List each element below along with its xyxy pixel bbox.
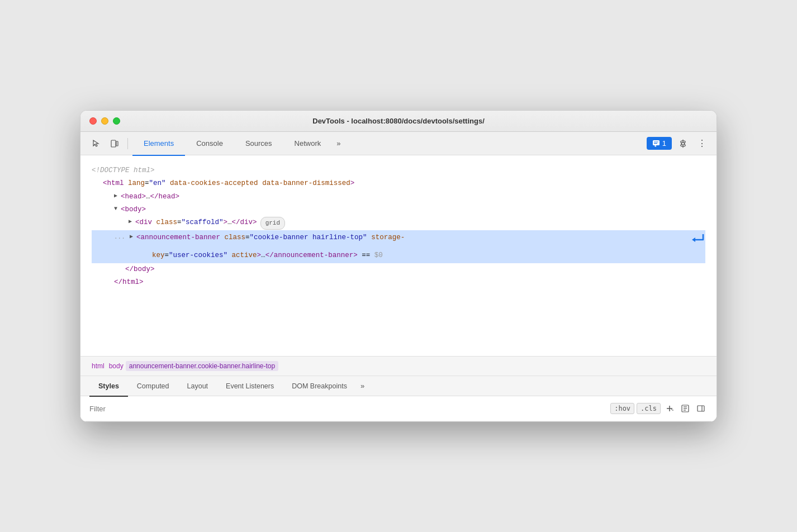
dom-line-html-close[interactable]: </html> [92, 276, 705, 289]
toolbar-right: 1 ⋮ [647, 136, 710, 151]
toolbar-divider [127, 138, 128, 149]
filter-input[interactable] [89, 405, 610, 413]
computed-style-button[interactable] [679, 402, 692, 415]
gear-icon [679, 139, 687, 148]
toggle-sidebar-button[interactable] [694, 402, 708, 415]
dom-line-announcement-1[interactable]: ... ▶<announcement-banner class="cookie-… [92, 231, 705, 249]
inspect-element-button[interactable] [87, 136, 104, 151]
toolbar: Elements Console Sources Network » [80, 132, 717, 155]
filter-actions: :hov .cls [610, 402, 708, 415]
dom-line-announcement-2[interactable]: key="user-cookies" active>…</announcemen… [92, 249, 705, 262]
dom-line-html[interactable]: <html lang="en" data-cookies-accepted da… [92, 177, 705, 190]
close-button[interactable] [89, 117, 97, 125]
element-panel-icon [681, 404, 690, 413]
traffic-lights [89, 117, 120, 125]
more-options-button[interactable]: ⋮ [694, 136, 710, 151]
titlebar: DevTools - localhost:8080/docs/devtools/… [80, 111, 717, 132]
tab-sources[interactable]: Sources [234, 132, 283, 156]
tabs-overflow-button[interactable]: » [332, 132, 345, 155]
lower-tab-computed[interactable]: Computed [128, 377, 178, 397]
svg-point-5 [682, 142, 685, 145]
tab-elements[interactable]: Elements [132, 132, 185, 156]
breadcrumb-html[interactable]: html [89, 361, 107, 371]
cursor-icon [91, 139, 100, 148]
plus-icon [666, 405, 673, 412]
notification-button[interactable]: 1 [647, 137, 672, 150]
chat-icon [652, 140, 660, 148]
breadcrumb-announcement[interactable]: announcement-banner.cookie-banner.hairli… [126, 361, 279, 371]
maximize-button[interactable] [113, 117, 120, 125]
lower-tabs: Styles Computed Layout Event Listeners D… [80, 376, 717, 396]
doctype-text: <!DOCTYPE html> [92, 165, 155, 177]
lower-tab-event-listeners[interactable]: Event Listeners [217, 377, 283, 397]
dom-line-div-scaffold[interactable]: ▶<div class="scaffold">…</div> grid [92, 216, 705, 230]
window-title: DevTools - localhost:8080/docs/devtools/… [312, 117, 485, 125]
dom-line-head[interactable]: ▶<head>…</head> [92, 191, 705, 203]
dom-line-body-open[interactable]: ▼<body> [92, 203, 705, 216]
cls-button[interactable]: .cls [637, 403, 661, 414]
breadcrumb-body[interactable]: body [107, 361, 126, 371]
lower-panel: Styles Computed Layout Event Listeners D… [80, 376, 717, 421]
add-style-button[interactable] [663, 402, 676, 415]
filter-bar: :hov .cls [80, 396, 717, 421]
dom-panel: <!DOCTYPE html> <html lang="en" data-coo… [80, 155, 717, 357]
lower-tab-layout[interactable]: Layout [178, 377, 217, 397]
dom-line-body-close[interactable]: </body> [92, 263, 705, 276]
gutter-dots: ... [114, 232, 127, 243]
triangle-announcement[interactable]: ▶ [130, 232, 136, 241]
lower-tab-dom-breakpoints[interactable]: DOM Breakpoints [283, 377, 356, 397]
device-toggle-button[interactable] [106, 136, 123, 151]
lower-tabs-overflow-button[interactable]: » [358, 376, 367, 396]
triangle-scaffold[interactable]: ▶ [129, 217, 135, 226]
minimize-button[interactable] [101, 117, 108, 125]
triangle-body[interactable]: ▼ [114, 204, 121, 213]
svg-rect-2 [653, 140, 660, 145]
tab-network[interactable]: Network [283, 132, 333, 156]
triangle-head[interactable]: ▶ [114, 191, 121, 201]
lower-tab-styles[interactable]: Styles [89, 377, 128, 397]
breadcrumb-bar: html body announcement-banner.cookie-ban… [80, 357, 717, 376]
svg-rect-0 [111, 140, 116, 147]
svg-rect-1 [116, 141, 118, 146]
tabs: Elements Console Sources Network » [132, 132, 644, 155]
settings-button[interactable] [675, 136, 691, 151]
tab-console[interactable]: Console [185, 132, 234, 156]
devtools-window: DevTools - localhost:8080/docs/devtools/… [80, 110, 717, 422]
device-icon [110, 139, 119, 148]
dom-line-doctype[interactable]: <!DOCTYPE html> [92, 164, 705, 177]
grid-badge: grid [260, 217, 285, 230]
sidebar-icon [696, 404, 705, 413]
return-arrow [690, 232, 705, 249]
hov-button[interactable]: :hov [610, 403, 634, 414]
svg-rect-12 [698, 406, 704, 411]
dom-line-announcement-banner[interactable]: ... ▶<announcement-banner class="cookie-… [92, 230, 705, 264]
